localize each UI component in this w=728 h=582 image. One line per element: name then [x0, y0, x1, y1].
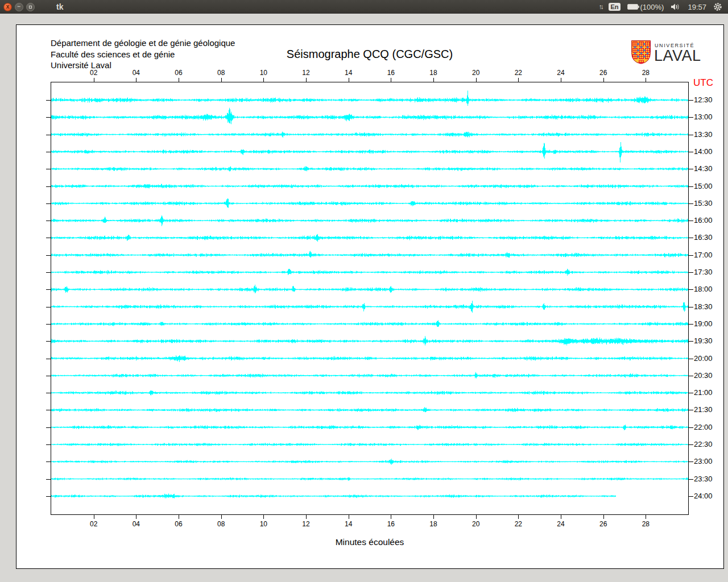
- y-tick-right: [689, 307, 693, 307]
- y-tick-left: [46, 186, 51, 187]
- x-tick-top: [476, 78, 477, 82]
- x-tick-label-top: 20: [468, 69, 485, 77]
- x-tick-label-top: 12: [297, 69, 315, 77]
- x-tick-top: [391, 78, 391, 82]
- x-tick-top: [306, 78, 307, 82]
- volume-icon[interactable]: [671, 3, 681, 11]
- y-tick-left: [46, 100, 51, 101]
- x-tick-label-bottom: 24: [552, 520, 569, 528]
- x-tick-top: [518, 78, 519, 82]
- minimize-button[interactable]: −: [15, 3, 23, 11]
- x-tick-label-bottom: 18: [425, 520, 442, 528]
- utc-time-label: 13:30: [694, 130, 713, 139]
- battery-icon: [627, 4, 638, 10]
- x-tick-bottom: [476, 515, 477, 519]
- x-tick-label-top: 02: [85, 69, 102, 77]
- x-tick-label-bottom: 16: [382, 520, 399, 528]
- x-tick-label-top: 24: [552, 69, 569, 77]
- utc-time-label: 21:30: [694, 405, 713, 414]
- utc-time-label: 18:00: [694, 285, 713, 293]
- x-tick-label-bottom: 22: [510, 520, 527, 528]
- x-axis-title: Minutes écoulées: [51, 537, 689, 547]
- keyboard-layout-indicator[interactable]: En: [609, 3, 620, 11]
- y-tick-left: [46, 307, 51, 307]
- utc-axis-title: UTC: [693, 77, 713, 89]
- y-tick-left: [46, 479, 51, 480]
- y-tick-left: [46, 169, 51, 169]
- y-tick-right: [689, 117, 693, 118]
- utc-time-label: 19:00: [694, 319, 713, 328]
- battery-percent: (100%): [640, 3, 664, 11]
- close-button[interactable]: x: [3, 3, 12, 11]
- y-tick-right: [689, 359, 693, 359]
- x-tick-top: [433, 78, 434, 82]
- x-tick-label-bottom: 04: [127, 520, 144, 528]
- network-arrows-icon[interactable]: ↑↓: [598, 3, 602, 11]
- x-tick-bottom: [136, 515, 136, 519]
- session-gear-icon[interactable]: [713, 2, 722, 11]
- utc-time-label: 20:30: [694, 371, 713, 380]
- y-tick-left: [46, 496, 51, 497]
- window-titlebar: x − tk ↑↓ En (100%) 19:57: [0, 0, 728, 14]
- utc-time-label: 18:30: [694, 302, 713, 311]
- x-tick-top: [94, 78, 94, 82]
- y-tick-left: [46, 359, 51, 359]
- y-tick-left: [46, 135, 51, 135]
- page-title: Séismographe QCQ (CGC/GSC): [51, 48, 689, 61]
- y-tick-right: [689, 203, 693, 204]
- utc-time-label: 13:00: [694, 113, 713, 121]
- x-tick-top: [263, 78, 264, 82]
- y-tick-left: [46, 324, 51, 325]
- utc-time-label: 15:00: [694, 182, 713, 190]
- x-tick-label-top: 08: [213, 69, 230, 77]
- app-window: Département de géologie et de génie géol…: [16, 24, 724, 569]
- y-tick-left: [46, 117, 51, 118]
- utc-time-label: 14:00: [694, 147, 713, 156]
- maximize-button[interactable]: [26, 3, 35, 11]
- x-tick-top: [603, 78, 604, 82]
- x-tick-bottom: [349, 515, 349, 519]
- y-tick-left: [46, 272, 51, 273]
- x-tick-label-top: 14: [340, 69, 357, 77]
- utc-time-label: 17:30: [694, 268, 713, 276]
- x-tick-label-bottom: 28: [637, 520, 654, 528]
- y-tick-left: [46, 152, 51, 152]
- y-tick-left: [46, 221, 51, 221]
- x-tick-top: [349, 78, 349, 82]
- x-tick-bottom: [221, 515, 222, 519]
- x-tick-label-top: 28: [637, 69, 654, 77]
- y-tick-right: [689, 341, 693, 342]
- institution-line-1: Département de géologie et de génie géol…: [51, 38, 235, 49]
- x-tick-top: [646, 78, 646, 82]
- x-tick-label-bottom: 08: [213, 520, 230, 528]
- maximize-icon: [29, 6, 32, 9]
- y-tick-left: [46, 376, 51, 376]
- x-tick-label-top: 26: [595, 69, 612, 77]
- system-tray: ↑↓ En (100%) 19:57: [598, 2, 722, 11]
- utc-time-label: 15:30: [694, 199, 713, 207]
- utc-time-label: 14:30: [694, 164, 713, 173]
- battery-indicator[interactable]: (100%): [627, 3, 664, 11]
- x-tick-bottom: [263, 515, 264, 519]
- x-tick-bottom: [646, 515, 646, 519]
- utc-time-label: 16:30: [694, 233, 713, 242]
- y-tick-right: [689, 462, 693, 462]
- y-tick-right: [689, 444, 693, 445]
- utc-time-label: 22:30: [694, 440, 713, 448]
- y-tick-left: [46, 444, 51, 445]
- y-tick-left: [46, 203, 51, 204]
- x-tick-bottom: [391, 515, 391, 519]
- x-tick-label-top: 10: [255, 69, 272, 77]
- x-tick-bottom: [603, 515, 604, 519]
- x-tick-label-bottom: 02: [85, 520, 102, 528]
- window-title: tk: [56, 2, 63, 11]
- x-tick-label-bottom: 26: [595, 520, 612, 528]
- x-tick-label-bottom: 06: [170, 520, 187, 528]
- x-tick-label-bottom: 10: [255, 520, 272, 528]
- x-tick-label-top: 04: [127, 69, 144, 77]
- clock[interactable]: 19:57: [688, 3, 706, 11]
- seismograph-plot: [51, 82, 689, 515]
- x-tick-label-bottom: 20: [468, 520, 485, 528]
- utc-time-label: 24:00: [694, 492, 713, 500]
- y-tick-right: [689, 393, 693, 393]
